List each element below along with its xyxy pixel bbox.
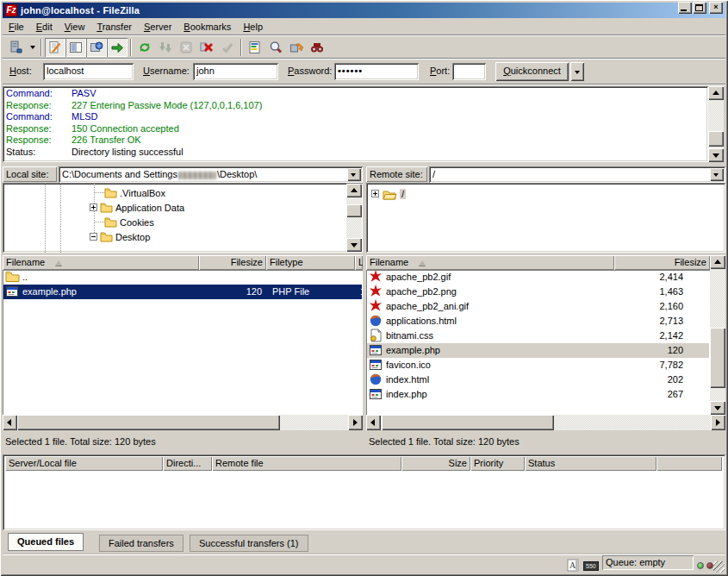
- tree-item-desktop[interactable]: Desktop: [90, 229, 150, 244]
- tab-queued-files[interactable]: Queued files: [8, 533, 84, 551]
- scroll-down-button[interactable]: [708, 148, 724, 162]
- file-search-button[interactable]: [265, 38, 286, 57]
- local-tree-scrollbar[interactable]: [346, 184, 362, 252]
- remote-file-row[interactable]: index.html 202: [367, 373, 709, 387]
- scrollbar-thumb[interactable]: [17, 415, 280, 430]
- site-manager-dropdown-button[interactable]: [27, 38, 38, 57]
- menu-edit[interactable]: Edit: [30, 20, 59, 34]
- remote-file-row[interactable]: apache_pb2.png 1,463: [367, 285, 709, 299]
- port-input[interactable]: [452, 63, 486, 80]
- remote-site-dropdown-button[interactable]: [710, 168, 724, 181]
- host-input[interactable]: localhost: [43, 63, 134, 80]
- refresh-button[interactable]: [134, 38, 155, 57]
- log-scrollbar[interactable]: [708, 86, 724, 162]
- local-site-combobox[interactable]: C:\Documents and Settings\Desktop\: [59, 166, 363, 183]
- collapse-icon[interactable]: [90, 233, 97, 241]
- menu-help[interactable]: Help: [237, 20, 269, 34]
- tree-item-cookies[interactable]: Cookies: [104, 215, 154, 229]
- queue-column-priority[interactable]: Priority: [470, 456, 525, 471]
- remote-file-row[interactable]: bitnami.css 2,142: [367, 329, 709, 343]
- find-files-button[interactable]: [307, 38, 327, 57]
- quickconnect-button[interactable]: Quickconnect: [495, 62, 569, 81]
- local-column-lastmodified[interactable]: L: [355, 255, 363, 270]
- disconnect-button[interactable]: [196, 38, 217, 57]
- scroll-up-button[interactable]: [710, 255, 725, 269]
- scroll-left-button[interactable]: [3, 415, 17, 430]
- expand-icon[interactable]: [371, 190, 379, 197]
- remote-site-combobox[interactable]: /: [429, 166, 725, 183]
- message-log[interactable]: Command:PASV Response:227 Entering Passi…: [3, 86, 708, 162]
- remote-file-row[interactable]: favicon.ico 7,782: [367, 358, 709, 373]
- local-column-filename[interactable]: Filename: [3, 255, 199, 270]
- refresh-icon: [138, 41, 152, 54]
- scroll-down-button[interactable]: [710, 401, 725, 415]
- remote-file-row[interactable]: apache_pb2_ani.gif 2,160: [367, 299, 709, 314]
- tree-item-application-data[interactable]: Application Data: [90, 200, 184, 215]
- remote-column-filesize[interactable]: Filesize: [614, 255, 710, 270]
- transfer-queue-panel[interactable]: Server/Local file Directi... Remote file…: [3, 454, 725, 530]
- local-file-row-updir[interactable]: ..: [3, 270, 362, 285]
- tree-item-root[interactable]: /: [371, 186, 406, 201]
- filename-filters-button[interactable]: [245, 38, 265, 57]
- local-column-filetype[interactable]: Filetype: [266, 255, 355, 270]
- queue-column-status[interactable]: Status: [525, 456, 656, 471]
- resize-grip[interactable]: [713, 561, 725, 573]
- local-tree[interactable]: .VirtualBox Application Data Cookies Des…: [3, 183, 363, 253]
- queue-column-remote-file[interactable]: Remote file: [212, 456, 401, 471]
- scrollbar-thumb[interactable]: [710, 328, 725, 388]
- local-file-row-example-php[interactable]: example.php 120 PHP File 1: [3, 285, 362, 299]
- local-hscrollbar[interactable]: [3, 415, 363, 430]
- scrollbar-thumb[interactable]: [382, 415, 554, 430]
- username-input[interactable]: john: [193, 63, 278, 80]
- window-title: john@localhost - FileZilla: [21, 5, 140, 16]
- minimize-button[interactable]: [678, 2, 692, 14]
- toggle-transfer-queue-button[interactable]: [107, 38, 128, 57]
- menu-server[interactable]: Server: [138, 20, 177, 34]
- queue-column-direction[interactable]: Directi...: [163, 456, 212, 471]
- close-button[interactable]: ×: [709, 2, 723, 14]
- expand-icon[interactable]: [90, 203, 97, 211]
- cancel-operation-button[interactable]: [176, 38, 196, 57]
- scroll-up-button[interactable]: [708, 86, 724, 100]
- remote-tree[interactable]: /: [366, 183, 725, 253]
- toggle-remote-tree-button[interactable]: [86, 38, 107, 57]
- remote-file-list[interactable]: apache_pb2.gif 2,414 apache_pb2.png 1,46…: [366, 270, 710, 415]
- tab-failed-transfers[interactable]: Failed transfers: [99, 535, 184, 552]
- remote-file-row[interactable]: index.php 267: [367, 387, 709, 402]
- scrollbar-thumb[interactable]: [708, 131, 724, 147]
- local-site-dropdown-button[interactable]: [347, 168, 361, 181]
- tab-successful-transfers[interactable]: Successful transfers (1): [190, 535, 308, 552]
- synchronized-browsing-button[interactable]: [286, 38, 307, 57]
- remote-file-row[interactable]: apache_pb2.gif 2,414: [367, 270, 709, 285]
- remote-file-row-selected[interactable]: example.php 120: [367, 343, 709, 358]
- tree-item-virtualbox[interactable]: .VirtualBox: [104, 185, 165, 200]
- local-column-filesize[interactable]: Filesize: [199, 255, 266, 270]
- scroll-up-button[interactable]: [346, 184, 362, 197]
- maximize-button[interactable]: [693, 2, 706, 14]
- remote-vscrollbar[interactable]: [710, 255, 725, 415]
- toggle-message-log-button[interactable]: [45, 38, 65, 57]
- site-manager-button[interactable]: [6, 38, 27, 57]
- scroll-down-button[interactable]: [346, 238, 362, 252]
- quickconnect-dropdown-button[interactable]: [570, 62, 584, 81]
- queue-column-server-local-file[interactable]: Server/Local file: [5, 456, 163, 471]
- queue-column-size[interactable]: Size: [401, 456, 470, 471]
- menu-file[interactable]: File: [3, 20, 30, 34]
- folder-icon: [104, 187, 117, 198]
- local-file-list[interactable]: .. example.php 120 PHP File 1: [3, 270, 363, 415]
- scroll-left-button[interactable]: [366, 415, 381, 430]
- remote-column-filename[interactable]: Filename: [366, 255, 614, 270]
- toggle-local-tree-button[interactable]: [65, 38, 86, 57]
- remote-file-row[interactable]: applications.html 2,713: [367, 314, 709, 329]
- svg-text:A: A: [569, 560, 576, 570]
- menu-bookmarks[interactable]: Bookmarks: [177, 20, 237, 34]
- remote-hscrollbar[interactable]: [366, 415, 725, 430]
- process-queue-button[interactable]: [155, 38, 176, 57]
- password-input[interactable]: ••••••: [334, 63, 419, 80]
- menu-view[interactable]: View: [59, 20, 91, 34]
- abort-button[interactable]: [217, 38, 238, 57]
- menu-transfer[interactable]: Transfer: [90, 20, 138, 34]
- scroll-right-button[interactable]: [348, 415, 363, 430]
- scroll-right-button[interactable]: [711, 415, 725, 430]
- scrollbar-thumb[interactable]: [346, 204, 362, 217]
